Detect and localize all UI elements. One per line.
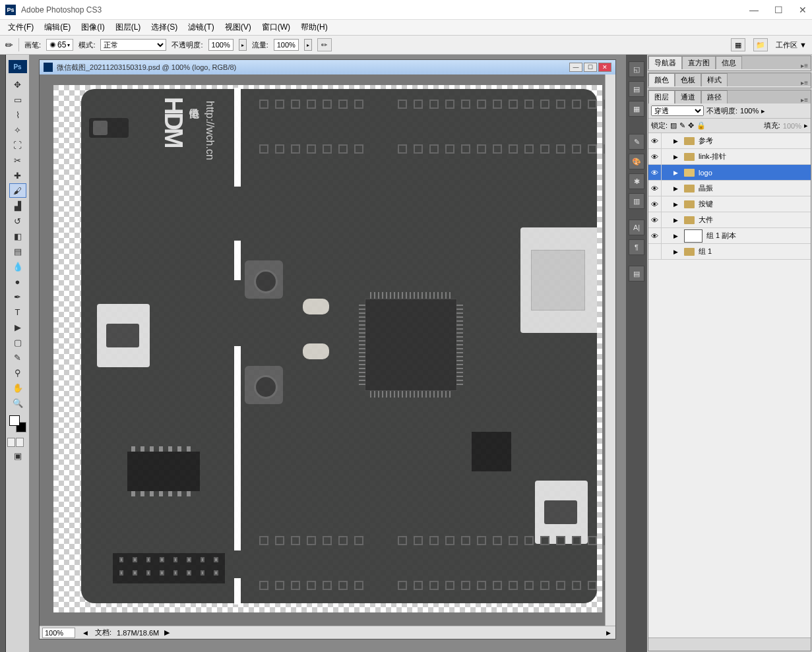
para-panel-icon[interactable]: ✱ xyxy=(629,173,644,189)
menu-file[interactable]: 文件(F) xyxy=(3,20,39,35)
document-titlebar[interactable]: 微信截图_20211203150319.psd @ 100% (logo, RG… xyxy=(40,60,615,74)
lock-all-icon[interactable]: 🔒 xyxy=(697,121,706,130)
visibility-toggle[interactable] xyxy=(648,244,662,259)
crop-tool[interactable]: ⛶ xyxy=(9,138,26,152)
menu-edit[interactable]: 编辑(E) xyxy=(39,20,76,35)
visibility-toggle[interactable]: 👁 xyxy=(648,196,662,212)
layer-row[interactable]: 👁▶组 1 副本 xyxy=(648,228,811,244)
stamp-tool[interactable]: ▟ xyxy=(9,198,26,213)
move-tool[interactable]: ✥ xyxy=(9,77,26,92)
tool-presets-icon[interactable]: ✎ xyxy=(629,134,644,150)
toolbox-collapse-strip[interactable] xyxy=(0,55,6,652)
minimize-button[interactable]: — xyxy=(749,5,759,15)
dodge-tool[interactable]: ● xyxy=(9,274,26,289)
visibility-toggle[interactable]: 👁 xyxy=(648,181,662,196)
tab-info[interactable]: 信息 xyxy=(716,56,742,69)
status-menu[interactable]: ▶ xyxy=(164,628,170,637)
opacity-slider[interactable]: ▸ xyxy=(239,39,247,51)
menu-filter[interactable]: 滤镜(T) xyxy=(183,20,219,35)
layer-row[interactable]: 👁▶参考 xyxy=(648,133,811,149)
histogram-panel-icon[interactable]: ▤ xyxy=(629,81,644,97)
color-swatches[interactable] xyxy=(9,415,26,432)
panel-menu-icon[interactable]: ▸≡ xyxy=(798,96,811,104)
tab-swatches[interactable]: 色板 xyxy=(675,73,701,86)
fill-value[interactable]: 100% xyxy=(783,122,801,130)
tab-styles[interactable]: 样式 xyxy=(701,73,728,86)
menu-help[interactable]: 帮助(H) xyxy=(296,20,333,35)
airbrush-icon[interactable]: ✏ xyxy=(317,38,332,51)
bridge-icon[interactable]: 📁 xyxy=(753,38,768,51)
tab-histogram[interactable]: 直方图 xyxy=(682,56,716,69)
actions-panel-icon[interactable]: A| xyxy=(629,220,644,235)
tab-paths[interactable]: 路径 xyxy=(701,90,728,104)
char-panel-icon[interactable]: 🎨 xyxy=(629,154,644,169)
menu-select[interactable]: 选择(S) xyxy=(146,20,183,35)
lock-position-icon[interactable]: ✥ xyxy=(688,121,694,130)
lasso-tool[interactable]: ⌇ xyxy=(9,107,26,122)
marquee-tool[interactable]: ▭ xyxy=(9,92,26,107)
history-brush-tool[interactable]: ↺ xyxy=(9,214,26,228)
brush-preset-picker[interactable]: 65▾ xyxy=(46,39,73,51)
tab-layers[interactable]: 图层 xyxy=(648,90,675,104)
menu-image[interactable]: 图像(I) xyxy=(76,20,109,35)
close-button[interactable]: ✕ xyxy=(799,5,807,15)
layer-row[interactable]: 👁▶晶振 xyxy=(648,181,811,196)
menu-window[interactable]: 窗口(W) xyxy=(257,20,296,35)
layer-opacity-slider[interactable]: ▸ xyxy=(761,107,765,115)
tab-navigator[interactable]: 导航器 xyxy=(648,56,682,69)
eyedropper-tool[interactable]: ⚲ xyxy=(9,365,26,380)
slice-tool[interactable]: ✂ xyxy=(9,153,26,167)
other-panel-icon[interactable]: ¶ xyxy=(629,239,644,255)
expand-arrow[interactable]: ▶ xyxy=(673,185,680,192)
visibility-toggle[interactable]: 👁 xyxy=(648,149,662,164)
screenmode-button[interactable]: ▣ xyxy=(9,448,26,463)
layer-row[interactable]: 👁▶按键 xyxy=(648,196,811,212)
type-tool[interactable]: T xyxy=(9,305,26,319)
menu-view[interactable]: 视图(V) xyxy=(220,20,257,35)
flow-slider[interactable]: ▸ xyxy=(304,39,312,51)
doc-maximize[interactable]: ☐ xyxy=(584,63,597,72)
opacity-value[interactable]: 100% xyxy=(208,39,234,51)
lock-transparent-icon[interactable]: ▨ xyxy=(670,121,677,130)
layer-row[interactable]: 👁▶link-排针 xyxy=(648,149,811,165)
blur-tool[interactable]: 💧 xyxy=(9,259,26,274)
fill-slider[interactable]: ▸ xyxy=(804,121,808,130)
expand-arrow[interactable]: ▶ xyxy=(673,201,680,208)
doc-minimize[interactable]: — xyxy=(569,63,582,72)
color-panel-icon[interactable]: ▦ xyxy=(629,101,644,117)
expand-arrow[interactable]: ▶ xyxy=(673,138,680,144)
canvas[interactable]: HDM 沁恒微电子 http://wch.cn xyxy=(40,74,615,626)
expand-arrow[interactable]: ▶ xyxy=(673,217,680,223)
expand-arrow[interactable]: ▶ xyxy=(673,233,680,239)
panel-menu-icon[interactable]: ▸≡ xyxy=(798,79,811,86)
scroll-left[interactable]: ◀ xyxy=(80,630,90,636)
workspace-menu[interactable]: 工作区 ▼ xyxy=(776,40,807,50)
heal-tool[interactable]: ✚ xyxy=(9,168,26,183)
eraser-tool[interactable]: ◧ xyxy=(9,229,26,243)
scroll-right[interactable]: ▶ xyxy=(604,630,613,636)
expand-arrow[interactable]: ▶ xyxy=(673,169,680,176)
expand-arrow[interactable]: ▶ xyxy=(673,154,680,160)
pen-tool[interactable]: ✒ xyxy=(9,289,26,304)
layer-opacity-value[interactable]: 100% xyxy=(740,107,759,115)
layer-blend-select[interactable]: 穿透 xyxy=(651,105,704,116)
tab-channels[interactable]: 通道 xyxy=(675,90,701,104)
layer-row[interactable]: ▶组 1 xyxy=(648,244,811,260)
layer-row[interactable]: 👁▶logo xyxy=(648,165,811,181)
shape-tool[interactable]: ▢ xyxy=(9,335,26,349)
brush-tool[interactable]: 🖌 xyxy=(9,183,26,198)
flow-value[interactable]: 100% xyxy=(274,39,299,51)
visibility-toggle[interactable]: 👁 xyxy=(648,228,662,243)
blend-mode-select[interactable]: 正常 xyxy=(100,39,166,51)
lock-pixels-icon[interactable]: ✎ xyxy=(679,121,685,130)
visibility-toggle[interactable]: 👁 xyxy=(648,133,662,148)
path-select-tool[interactable]: ▶ xyxy=(9,320,26,334)
nav-panel-icon[interactable]: ◱ xyxy=(629,61,644,77)
doc-close[interactable]: ✕ xyxy=(598,63,611,72)
quickmask-buttons[interactable] xyxy=(7,438,28,447)
toggle-palettes-icon[interactable]: ▦ xyxy=(731,38,745,51)
gradient-tool[interactable]: ▤ xyxy=(9,244,26,258)
maximize-button[interactable]: ☐ xyxy=(774,5,783,15)
scrollbar-vertical[interactable] xyxy=(605,74,615,626)
notes-tool[interactable]: ✎ xyxy=(9,350,26,365)
